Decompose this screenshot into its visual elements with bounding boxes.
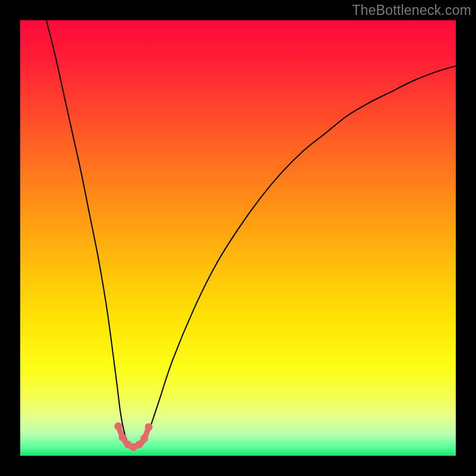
valley-dot	[119, 434, 127, 441]
valley-dot	[114, 422, 122, 430]
valley-dot	[135, 440, 143, 448]
chart-frame: TheBottleneck.com	[0, 0, 476, 476]
curve-layer	[20, 20, 456, 456]
plot-area	[20, 20, 456, 456]
watermark-text: TheBottleneck.com	[352, 2, 471, 18]
valley-dot	[140, 434, 148, 442]
bottleneck-curve	[46, 20, 456, 447]
valley-dot	[145, 423, 152, 431]
